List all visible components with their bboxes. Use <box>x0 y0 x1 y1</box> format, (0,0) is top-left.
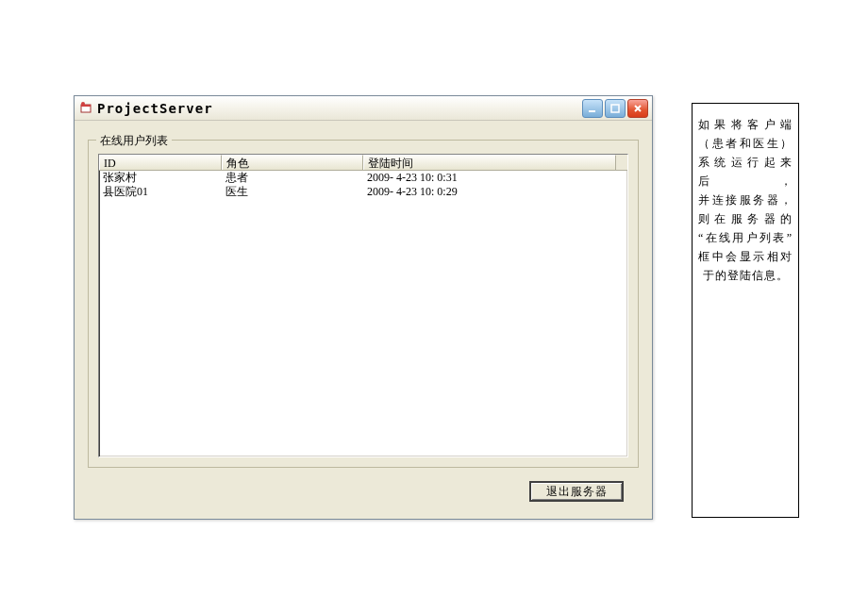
note-line: 系统运行起来后， <box>698 153 793 191</box>
list-row[interactable]: 张家村 患者 2009- 4-23 10: 0:31 <box>99 171 627 185</box>
note-line: 则在服务器的 <box>698 209 793 228</box>
cell-role: 患者 <box>222 171 363 185</box>
note-line: （患者和医生） <box>698 134 793 153</box>
online-users-groupbox: 在线用户列表 ID 角色 登陆时间 张家村 患者 2009- 4-23 10: … <box>88 140 639 468</box>
online-users-list[interactable]: ID 角色 登陆时间 张家村 患者 2009- 4-23 10: 0:31 县医… <box>98 154 628 457</box>
column-time[interactable]: 登陆时间 <box>363 155 616 170</box>
svg-point-2 <box>81 102 85 106</box>
title-bar[interactable]: ProjectServer <box>75 96 652 121</box>
cell-time: 2009- 4-23 10: 0:29 <box>363 185 616 199</box>
svg-rect-4 <box>611 105 619 112</box>
note-line: 于的登陆信息。 <box>698 266 793 285</box>
cell-id: 张家村 <box>99 171 222 185</box>
maximize-button[interactable] <box>605 99 626 118</box>
cell-role: 医生 <box>222 185 363 199</box>
note-line: 并连接服务器， <box>698 191 793 209</box>
note-line: 框中会显示相对 <box>698 247 793 266</box>
exit-server-button[interactable]: 退出服务器 <box>529 481 624 502</box>
close-button[interactable] <box>627 99 648 118</box>
svg-rect-3 <box>589 110 595 112</box>
cell-time: 2009- 4-23 10: 0:31 <box>363 171 616 185</box>
note-line: 如果将客户端 <box>698 115 793 134</box>
list-header: ID 角色 登陆时间 <box>99 155 627 171</box>
column-id[interactable]: ID <box>99 155 222 170</box>
window-title: ProjectServer <box>97 101 582 116</box>
column-role[interactable]: 角色 <box>222 155 363 170</box>
groupbox-title: 在线用户列表 <box>96 133 172 149</box>
minimize-button[interactable] <box>582 99 603 118</box>
list-row[interactable]: 县医院01 医生 2009- 4-23 10: 0:29 <box>99 185 627 199</box>
list-body: 张家村 患者 2009- 4-23 10: 0:31 县医院01 医生 2009… <box>99 171 627 199</box>
client-area: 在线用户列表 ID 角色 登陆时间 张家村 患者 2009- 4-23 10: … <box>75 121 652 519</box>
note-line: “在线用户列表” <box>698 228 793 247</box>
project-server-window: ProjectServer 在线用户列表 ID 角色 登陆时间 <box>74 95 653 520</box>
window-controls <box>582 99 648 118</box>
app-icon <box>78 101 93 116</box>
cell-id: 县医院01 <box>99 185 222 199</box>
annotation-panel: 如果将客户端 （患者和医生） 系统运行起来后， 并连接服务器， 则在服务器的 “… <box>692 103 799 518</box>
